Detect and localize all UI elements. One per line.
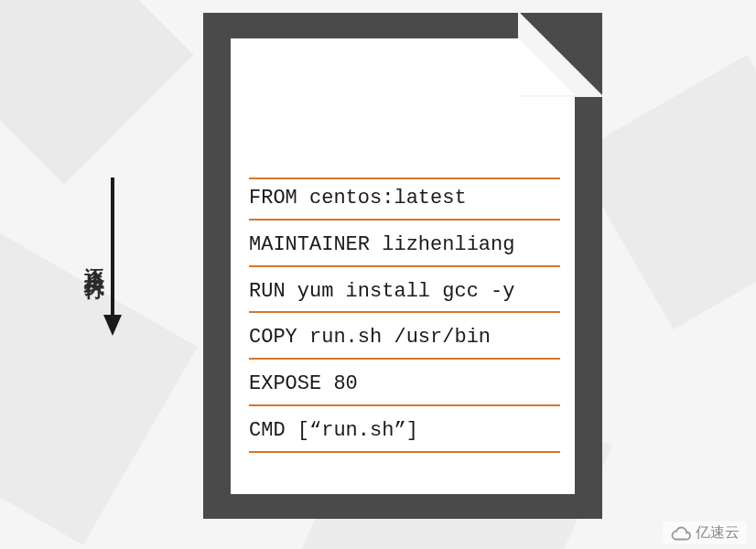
file-fold-inner-icon	[518, 38, 575, 95]
dockerfile-line: MAINTAINER lizhenliang	[249, 231, 560, 267]
dockerfile-line: CMD [“run.sh”]	[249, 417, 560, 453]
execution-arrow-section: 逐步执行	[62, 252, 126, 338]
diagram-container: 逐步执行 FROM centos:latest MAINTAINER lizhe…	[0, 0, 756, 531]
file-border: FROM centos:latest MAINTAINER lizhenlian…	[203, 13, 602, 519]
svg-marker-1	[103, 315, 122, 336]
dockerfile-document: FROM centos:latest MAINTAINER lizhenlian…	[203, 13, 602, 519]
cloud-icon	[670, 524, 692, 543]
watermark-text: 亿速云	[696, 523, 740, 543]
dockerfile-line: FROM centos:latest	[249, 178, 560, 221]
file-content: FROM centos:latest MAINTAINER lizhenlian…	[249, 178, 560, 464]
watermark: 亿速云	[663, 522, 747, 544]
dockerfile-line: EXPOSE 80	[249, 371, 560, 406]
dockerfile-line: COPY run.sh /usr/bin	[249, 324, 560, 360]
down-arrow-icon	[99, 173, 126, 338]
dockerfile-line: RUN yum install gcc -y	[249, 278, 560, 314]
